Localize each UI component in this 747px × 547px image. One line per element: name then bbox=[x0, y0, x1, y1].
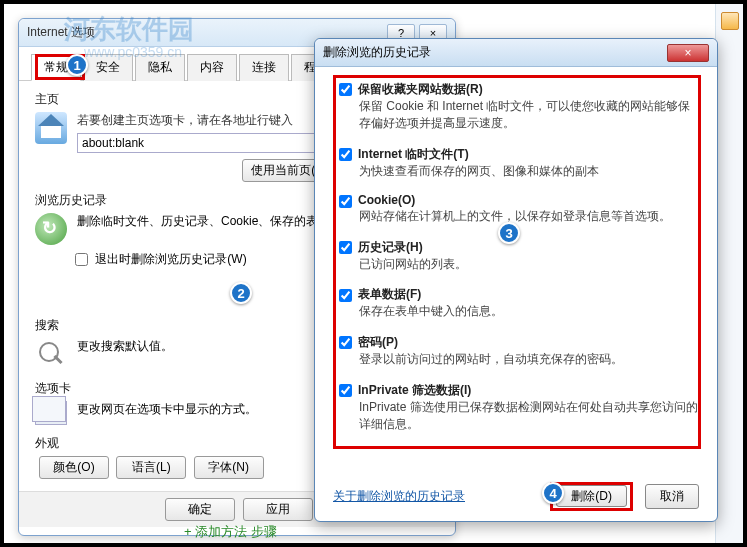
chk-cookies[interactable] bbox=[339, 195, 352, 208]
confirm-delete-button[interactable]: 删除(D) bbox=[556, 485, 627, 507]
chk-temp-files[interactable] bbox=[339, 148, 352, 161]
homepage-input[interactable] bbox=[77, 133, 317, 153]
opt-title-0: 保留收藏夹网站数据(R) bbox=[358, 82, 483, 96]
opt-temp-files: Internet 临时文件(T) 为快速查看而保存的网页、图像和媒体的副本 bbox=[339, 146, 699, 180]
delete-history-dialog: 删除浏览的历史记录 × 保留收藏夹网站数据(R) 保留 Cookie 和 Int… bbox=[314, 38, 718, 522]
ok-button[interactable]: 确定 bbox=[165, 498, 235, 521]
opt-desc-6: InPrivate 筛选使用已保存数据检测网站在何处自动共享您访问的详细信息。 bbox=[359, 399, 699, 433]
rss-icon bbox=[721, 12, 739, 30]
opt-desc-4: 保存在表单中键入的信息。 bbox=[359, 303, 699, 320]
tab-privacy[interactable]: 隐私 bbox=[135, 54, 185, 81]
exit-delete-checkbox[interactable]: 退出时删除浏览历史记录(W) bbox=[75, 252, 247, 266]
history-icon bbox=[35, 213, 67, 245]
chk-history[interactable] bbox=[339, 241, 352, 254]
dialog2-titlebar[interactable]: 删除浏览的历史记录 × bbox=[315, 39, 717, 67]
fonts-button[interactable]: 字体(N) bbox=[194, 456, 264, 479]
opt-history: 历史记录(H) 已访问网站的列表。 bbox=[339, 239, 699, 273]
tabs-icon bbox=[35, 401, 67, 425]
opt-inprivate: InPrivate 筛选数据(I) InPrivate 筛选使用已保存数据检测网… bbox=[339, 382, 699, 433]
tab-content[interactable]: 内容 bbox=[187, 54, 237, 81]
badge-3: 3 bbox=[498, 222, 520, 244]
chk-passwords[interactable] bbox=[339, 336, 352, 349]
exit-delete-input[interactable] bbox=[75, 253, 88, 266]
opt-title-1: Internet 临时文件(T) bbox=[358, 147, 469, 161]
opt-desc-0: 保留 Cookie 和 Internet 临时文件，可以使您收藏的网站能够保存偏… bbox=[359, 98, 699, 132]
chk-form-data[interactable] bbox=[339, 289, 352, 302]
about-delete-link[interactable]: 关于删除浏览的历史记录 bbox=[333, 488, 538, 505]
cancel-button[interactable]: 取消 bbox=[645, 484, 699, 509]
search-icon bbox=[35, 338, 67, 370]
opt-cookies: Cookie(O) 网站存储在计算机上的文件，以保存如登录信息等首选项。 bbox=[339, 193, 699, 224]
opt-title-3: 历史记录(H) bbox=[358, 240, 423, 254]
tab-connections[interactable]: 连接 bbox=[239, 54, 289, 81]
opt-preserve-favorites: 保留收藏夹网站数据(R) 保留 Cookie 和 Internet 临时文件，可… bbox=[339, 81, 699, 132]
opt-form-data: 表单数据(F) 保存在表单中键入的信息。 bbox=[339, 286, 699, 320]
opt-desc-3: 已访问网站的列表。 bbox=[359, 256, 699, 273]
dialog2-title: 删除浏览的历史记录 bbox=[323, 44, 667, 61]
opt-title-2: Cookie(O) bbox=[358, 193, 415, 207]
tab-security[interactable]: 安全 bbox=[83, 54, 133, 81]
page-sidebar bbox=[715, 4, 743, 543]
opt-desc-5: 登录以前访问过的网站时，自动填充保存的密码。 bbox=[359, 351, 699, 368]
opt-title-4: 表单数据(F) bbox=[358, 287, 421, 301]
dialog2-body: 保留收藏夹网站数据(R) 保留 Cookie 和 Internet 临时文件，可… bbox=[315, 67, 717, 461]
opt-desc-1: 为快速查看而保存的网页、图像和媒体的副本 bbox=[359, 163, 699, 180]
apply-button[interactable]: 应用 bbox=[243, 498, 313, 521]
languages-button[interactable]: 语言(L) bbox=[116, 456, 186, 479]
dialog2-close-button[interactable]: × bbox=[667, 44, 709, 62]
dialog2-footer: 关于删除浏览的历史记录 删除(D) 取消 bbox=[333, 482, 699, 511]
badge-2: 2 bbox=[230, 282, 252, 304]
home-icon bbox=[35, 112, 67, 144]
page-footer-text: + 添加方法 步骤 bbox=[184, 523, 277, 541]
opt-title-5: 密码(P) bbox=[358, 335, 398, 349]
badge-1: 1 bbox=[66, 54, 88, 76]
chk-preserve-favorites[interactable] bbox=[339, 83, 352, 96]
exit-delete-label: 退出时删除浏览历史记录(W) bbox=[95, 252, 246, 266]
badge-4: 4 bbox=[542, 482, 564, 504]
opt-title-6: InPrivate 筛选数据(I) bbox=[358, 383, 471, 397]
colors-button[interactable]: 颜色(O) bbox=[39, 456, 109, 479]
chk-inprivate[interactable] bbox=[339, 384, 352, 397]
opt-passwords: 密码(P) 登录以前访问过的网站时，自动填充保存的密码。 bbox=[339, 334, 699, 368]
opt-desc-2: 网站存储在计算机上的文件，以保存如登录信息等首选项。 bbox=[359, 208, 699, 225]
